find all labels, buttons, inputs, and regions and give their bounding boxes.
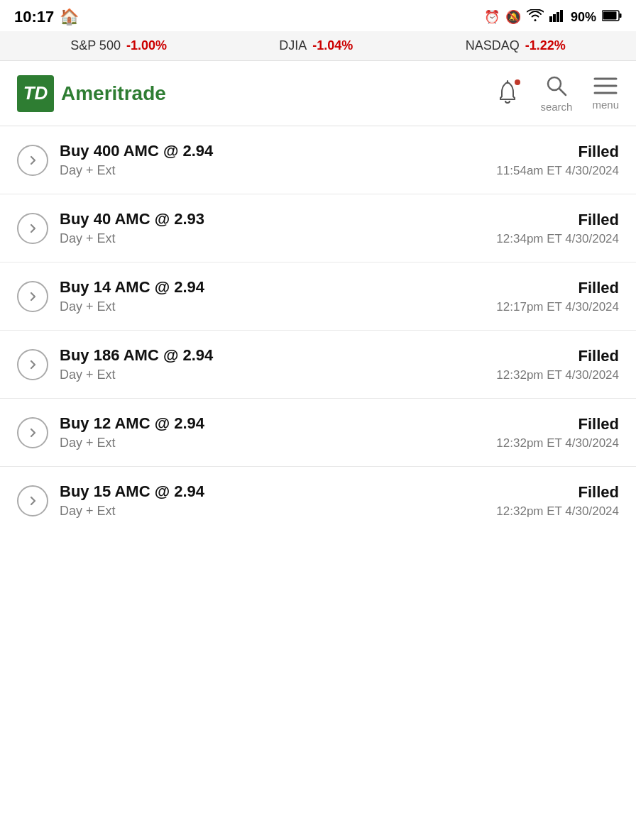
order-timestamp: 12:34pm ET 4/30/2024 [496, 232, 619, 245]
app-header: TD Ameritrade search menu [0, 61, 636, 126]
order-detail-arrow [17, 349, 48, 380]
nasdaq-change: -1.22% [525, 38, 566, 53]
signal-icon [549, 9, 565, 26]
orders-list: Buy 400 AMC @ 2.94 Day + Ext Filled 11:5… [0, 126, 636, 534]
order-title: Buy 40 AMC @ 2.93 [60, 210, 485, 228]
menu-icon [593, 76, 618, 96]
order-detail-arrow [17, 213, 48, 244]
order-details: Buy 40 AMC @ 2.93 Day + Ext [60, 210, 485, 246]
app-logo: TD Ameritrade [17, 75, 166, 112]
status-time: 10:17 🏠 [14, 8, 79, 26]
order-status-label: Filled [496, 347, 619, 365]
order-status: Filled 12:17pm ET 4/30/2024 [496, 279, 619, 314]
order-details: Buy 186 AMC @ 2.94 Day + Ext [60, 346, 485, 382]
sp500-label: S&P 500 [70, 38, 121, 53]
order-subtitle: Day + Ext [60, 436, 485, 451]
order-detail-arrow [17, 417, 48, 448]
table-row[interactable]: Buy 186 AMC @ 2.94 Day + Ext Filled 12:3… [0, 331, 636, 399]
order-subtitle: Day + Ext [60, 504, 485, 519]
order-status-label: Filled [496, 211, 619, 229]
time-display: 10:17 [14, 8, 54, 26]
header-icons: search menu [495, 74, 619, 113]
order-status-label: Filled [496, 415, 619, 433]
notification-dot [513, 78, 522, 87]
order-detail-arrow [17, 281, 48, 312]
battery-icon [602, 10, 622, 25]
order-status: Filled 12:32pm ET 4/30/2024 [496, 483, 619, 519]
table-row[interactable]: Buy 12 AMC @ 2.94 Day + Ext Filled 12:32… [0, 399, 636, 467]
order-timestamp: 12:17pm ET 4/30/2024 [496, 300, 619, 314]
order-title: Buy 400 AMC @ 2.94 [60, 142, 485, 160]
order-subtitle: Day + Ext [60, 231, 485, 246]
order-title: Buy 14 AMC @ 2.94 [60, 278, 485, 297]
svg-rect-0 [549, 16, 552, 22]
home-icon: 🏠 [60, 8, 79, 26]
order-status-label: Filled [496, 143, 619, 161]
djia-label: DJIA [279, 38, 307, 53]
order-details: Buy 12 AMC @ 2.94 Day + Ext [60, 414, 485, 451]
td-logo-box: TD [17, 75, 54, 112]
table-row[interactable]: Buy 40 AMC @ 2.93 Day + Ext Filled 12:34… [0, 194, 636, 262]
djia-change: -1.04% [312, 38, 353, 53]
order-title: Buy 15 AMC @ 2.94 [60, 482, 485, 501]
order-details: Buy 15 AMC @ 2.94 Day + Ext [60, 482, 485, 519]
market-item-djia: DJIA -1.04% [279, 38, 353, 53]
order-subtitle: Day + Ext [60, 299, 485, 314]
svg-rect-3 [560, 10, 563, 22]
sp500-change: -1.00% [126, 38, 167, 53]
order-details: Buy 14 AMC @ 2.94 Day + Ext [60, 278, 485, 314]
order-status: Filled 11:54am ET 4/30/2024 [496, 143, 619, 178]
svg-rect-2 [556, 12, 559, 22]
status-icons: ⏰ 🔕 90% [484, 9, 622, 26]
table-row[interactable]: Buy 400 AMC @ 2.94 Day + Ext Filled 11:5… [0, 126, 636, 194]
table-row[interactable]: Buy 15 AMC @ 2.94 Day + Ext Filled 12:32… [0, 467, 636, 534]
svg-rect-5 [620, 13, 622, 18]
order-details: Buy 400 AMC @ 2.94 Day + Ext [60, 142, 485, 178]
search-icon [544, 74, 569, 98]
order-timestamp: 12:32pm ET 4/30/2024 [496, 436, 619, 450]
market-bar: S&P 500 -1.00% DJIA -1.04% NASDAQ -1.22% [0, 31, 636, 61]
order-status: Filled 12:32pm ET 4/30/2024 [496, 415, 619, 451]
menu-button[interactable]: menu [592, 76, 619, 111]
table-row[interactable]: Buy 14 AMC @ 2.94 Day + Ext Filled 12:17… [0, 262, 636, 331]
nasdaq-label: NASDAQ [466, 38, 520, 53]
order-detail-arrow [17, 145, 48, 176]
notification-bell-button[interactable] [495, 79, 520, 108]
search-button[interactable]: search [540, 74, 572, 113]
order-status-label: Filled [496, 483, 619, 502]
alarm-icon: ⏰ [484, 9, 500, 25]
market-item-nasdaq: NASDAQ -1.22% [466, 38, 566, 53]
order-timestamp: 12:32pm ET 4/30/2024 [496, 504, 619, 518]
order-subtitle: Day + Ext [60, 163, 485, 178]
wifi-icon [527, 9, 544, 26]
menu-label: menu [592, 99, 619, 111]
order-detail-arrow [17, 485, 48, 516]
order-status: Filled 12:32pm ET 4/30/2024 [496, 347, 619, 382]
order-subtitle: Day + Ext [60, 368, 485, 382]
mute-icon: 🔕 [505, 9, 521, 25]
order-status-label: Filled [496, 279, 619, 297]
search-label: search [540, 101, 572, 113]
order-title: Buy 12 AMC @ 2.94 [60, 414, 485, 433]
battery-display: 90% [571, 10, 596, 25]
brand-name: Ameritrade [61, 82, 166, 105]
order-timestamp: 11:54am ET 4/30/2024 [496, 164, 619, 177]
svg-rect-6 [603, 11, 617, 19]
order-status: Filled 12:34pm ET 4/30/2024 [496, 211, 619, 246]
order-timestamp: 12:32pm ET 4/30/2024 [496, 368, 619, 382]
order-title: Buy 186 AMC @ 2.94 [60, 346, 485, 365]
svg-line-9 [559, 89, 566, 95]
svg-rect-1 [553, 14, 556, 22]
market-item-sp500: S&P 500 -1.00% [70, 38, 167, 53]
status-bar: 10:17 🏠 ⏰ 🔕 90% [0, 0, 636, 31]
